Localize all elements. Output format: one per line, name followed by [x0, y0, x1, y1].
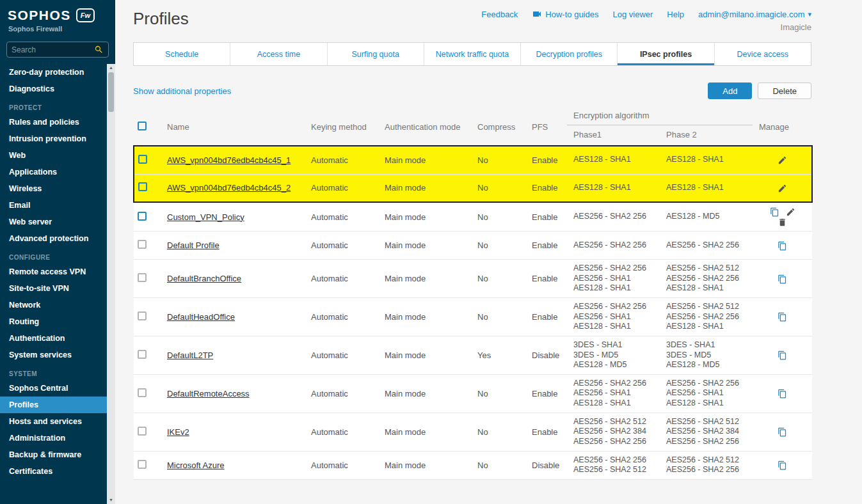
- sidebar-item-certificates[interactable]: Certificates: [0, 463, 107, 480]
- account-menu[interactable]: admin@milano.imagicle.com▾: [698, 10, 811, 19]
- sidebar-item-routing[interactable]: Routing: [0, 313, 107, 330]
- header-link-help[interactable]: Help: [667, 10, 684, 19]
- sidebar-item-web-server[interactable]: Web server: [0, 214, 107, 230]
- search-icon[interactable]: [94, 45, 104, 54]
- cell-phase2: AES256 - SHA2 512 AES256 - SHA2 256 AES1…: [660, 298, 753, 336]
- sidebar-item-applications[interactable]: Applications: [0, 164, 107, 180]
- sidebar-item-diagnostics[interactable]: Diagnostics: [0, 81, 107, 97]
- row-checkbox[interactable]: [138, 212, 147, 221]
- sidebar-item-intrusion-prevention[interactable]: Intrusion prevention: [0, 130, 107, 147]
- header-link-feedback[interactable]: Feedback: [481, 10, 518, 19]
- profile-name-link[interactable]: DefaultHeadOffice: [167, 312, 235, 322]
- profile-name-link[interactable]: Default Profile: [167, 240, 219, 250]
- row-checkbox[interactable]: [138, 388, 147, 397]
- profile-name-link[interactable]: DefaultRemoteAccess: [167, 389, 250, 398]
- tab-decryption-profiles[interactable]: Decryption profiles: [521, 43, 618, 65]
- sidebar-item-administration[interactable]: Administration: [0, 430, 107, 446]
- profile-name-link[interactable]: AWS_vpn004bd76edb4cb4c45_2: [167, 183, 291, 193]
- header-link-how-to-guides[interactable]: How-to guides: [532, 9, 598, 19]
- profile-name-link[interactable]: Custom_VPN_Policy: [167, 212, 244, 222]
- show-additional-properties-link[interactable]: Show additional properties: [133, 86, 231, 96]
- scrollbar-thumb[interactable]: [108, 72, 114, 112]
- copy-icon[interactable]: [778, 389, 787, 398]
- col-header-phase2: Phase 2: [660, 125, 753, 146]
- cell-manage: [753, 232, 812, 260]
- sidebar: SOPHOS Fw Sophos Firewall Zero-day prote…: [0, 0, 115, 504]
- profile-name-link[interactable]: DefaultL2TP: [167, 350, 213, 360]
- copy-icon[interactable]: [778, 241, 787, 251]
- profile-name-link[interactable]: AWS_vpn004bd76edb4cb4c45_1: [167, 155, 291, 165]
- cell-compress: Yes: [471, 336, 525, 374]
- copy-icon[interactable]: [778, 427, 787, 437]
- edit-icon[interactable]: [778, 155, 787, 165]
- cell-phase1: AES256 - SHA2 256 AES256 - SHA1 AES128 -…: [567, 298, 660, 336]
- cell-name: Microsoft Azure: [161, 451, 305, 479]
- search-input[interactable]: [12, 45, 94, 54]
- sidebar-item-wireless[interactable]: Wireless: [0, 180, 107, 197]
- copy-icon[interactable]: [778, 350, 787, 360]
- cell-pfs: Enable: [525, 202, 567, 232]
- copy-icon[interactable]: [778, 274, 787, 284]
- sidebar-item-backup-firmware[interactable]: Backup & firmware: [0, 446, 107, 463]
- row-checkbox[interactable]: [138, 427, 147, 436]
- copy-icon[interactable]: [770, 207, 779, 217]
- profile-name-link[interactable]: IKEv2: [167, 427, 189, 437]
- edit-icon[interactable]: [778, 184, 787, 193]
- sidebar-item-rules-and-policies[interactable]: Rules and policies: [0, 114, 107, 130]
- cell-name: AWS_vpn004bd76edb4cb4c45_2: [161, 174, 305, 202]
- profile-name-link[interactable]: DefaultBranchOffice: [167, 274, 241, 283]
- cell-name: Default Profile: [161, 232, 305, 260]
- row-checkbox[interactable]: [138, 240, 147, 249]
- cell-phase1: AES256 - SHA2 256 AES256 - SHA1 AES128 -…: [567, 374, 660, 413]
- sidebar-item-network[interactable]: Network: [0, 297, 107, 313]
- cell-manage: [753, 174, 812, 202]
- delete-icon[interactable]: [778, 217, 787, 227]
- sidebar-scrollbar[interactable]: ▲ ▼: [107, 64, 115, 504]
- logo-subtitle: Sophos Firewall: [0, 23, 115, 38]
- sidebar-item-email[interactable]: Email: [0, 197, 107, 214]
- sidebar-item-zero-day-protection[interactable]: Zero-day protection: [0, 64, 107, 81]
- row-checkbox[interactable]: [138, 182, 147, 191]
- scrollbar-down-arrow-icon[interactable]: ▼: [107, 496, 115, 504]
- header-link-log-viewer[interactable]: Log viewer: [612, 10, 653, 19]
- sidebar-item-authentication[interactable]: Authentication: [0, 330, 107, 347]
- sidebar-item-remote-access-vpn[interactable]: Remote access VPN: [0, 264, 107, 280]
- tab-network-traffic-quota[interactable]: Network traffic quota: [424, 43, 521, 65]
- cell-compress: No: [471, 451, 525, 479]
- sidebar-item-web[interactable]: Web: [0, 147, 107, 164]
- tab-device-access[interactable]: Device access: [715, 43, 811, 65]
- sidebar-item-advanced-protection[interactable]: Advanced protection: [0, 230, 107, 247]
- cell-phase2: AES256 - SHA2 256 AES256 - SHA1 AES128 -…: [660, 374, 753, 413]
- scrollbar-up-arrow-icon[interactable]: ▲: [107, 64, 115, 72]
- cell-pfs: Enable: [525, 260, 567, 298]
- sidebar-item-system-services[interactable]: System services: [0, 347, 107, 363]
- cell-phase2: AES256 - SHA2 256: [660, 232, 753, 260]
- logo-text: SOPHOS: [8, 8, 71, 23]
- copy-icon[interactable]: [778, 312, 787, 322]
- select-all-checkbox[interactable]: [138, 122, 147, 130]
- sidebar-nav: Zero-day protectionDiagnosticsPROTECTRul…: [0, 64, 107, 480]
- table-row-default-profile: Default ProfileAutomaticMain modeNoEnabl…: [134, 232, 812, 260]
- page-header: Profiles FeedbackHow-to guidesLog viewer…: [133, 0, 811, 32]
- tab-surfing-quota[interactable]: Surfing quota: [328, 43, 424, 65]
- sidebar-item-profiles[interactable]: Profiles: [0, 397, 107, 413]
- tab-ipsec-profiles[interactable]: IPsec profiles: [618, 43, 714, 65]
- row-checkbox[interactable]: [138, 350, 147, 359]
- sidebar-item-hosts-and-services[interactable]: Hosts and services: [0, 413, 107, 430]
- tab-schedule[interactable]: Schedule: [134, 43, 230, 65]
- copy-icon[interactable]: [778, 461, 787, 470]
- row-checkbox[interactable]: [138, 311, 147, 320]
- cell-name: DefaultL2TP: [161, 336, 305, 374]
- row-checkbox[interactable]: [138, 155, 147, 164]
- sidebar-item-site-to-site-vpn[interactable]: Site-to-site VPN: [0, 280, 107, 297]
- delete-button[interactable]: Delete: [758, 83, 811, 99]
- sidebar-section-configure: CONFIGURE: [0, 247, 107, 264]
- tab-access-time[interactable]: Access time: [230, 43, 327, 65]
- row-checkbox[interactable]: [138, 273, 147, 282]
- sidebar-search[interactable]: [6, 42, 109, 58]
- profile-name-link[interactable]: Microsoft Azure: [167, 461, 225, 470]
- edit-icon[interactable]: [786, 207, 795, 217]
- row-checkbox[interactable]: [138, 460, 147, 469]
- add-button[interactable]: Add: [708, 83, 752, 99]
- sidebar-item-sophos-central[interactable]: Sophos Central: [0, 380, 107, 397]
